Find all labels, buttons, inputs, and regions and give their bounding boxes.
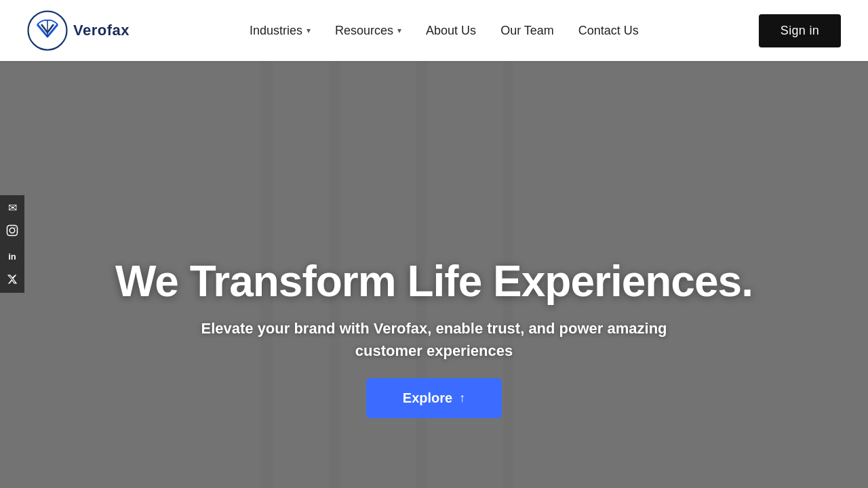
linkedin-icon: in xyxy=(8,251,16,262)
logo-link[interactable]: Verofax xyxy=(27,10,130,51)
sign-in-button[interactable]: Sign in xyxy=(759,14,841,47)
instagram-social-button[interactable] xyxy=(0,220,24,244)
industries-chevron-icon: ▾ xyxy=(307,26,311,35)
svg-point-4 xyxy=(14,227,16,228)
nav-item-contact[interactable]: Contact Us xyxy=(578,24,639,38)
nav-item-about[interactable]: About Us xyxy=(426,24,476,38)
instagram-icon xyxy=(6,224,18,239)
explore-arrow-icon: ↑ xyxy=(459,391,465,405)
social-sidebar: ✉ in xyxy=(0,195,24,293)
navbar: Verofax Industries ▾ Resources ▾ About U… xyxy=(0,0,868,61)
nav-item-resources[interactable]: Resources ▾ xyxy=(335,24,401,38)
linkedin-social-button[interactable]: in xyxy=(0,244,24,268)
nav-menu: Industries ▾ Resources ▾ About Us Our Te… xyxy=(250,24,639,38)
email-icon: ✉ xyxy=(8,201,17,214)
hero-subtitle: Elevate your brand with Verofax, enable … xyxy=(197,317,671,362)
resources-chevron-icon: ▾ xyxy=(397,26,401,35)
email-social-button[interactable]: ✉ xyxy=(0,195,24,220)
hero-title: We Transform Life Experiences. xyxy=(115,258,753,305)
x-social-button[interactable] xyxy=(0,268,24,293)
explore-button[interactable]: Explore ↑ xyxy=(366,378,502,418)
nav-item-industries[interactable]: Industries ▾ xyxy=(250,24,311,38)
svg-rect-2 xyxy=(7,226,18,236)
svg-point-3 xyxy=(9,228,15,233)
logo-text: Verofax xyxy=(73,22,130,39)
nav-item-team[interactable]: Our Team xyxy=(500,24,554,38)
logo-icon xyxy=(27,10,68,51)
x-icon xyxy=(7,274,18,287)
hero-content: We Transform Life Experiences. Elevate y… xyxy=(0,258,868,418)
